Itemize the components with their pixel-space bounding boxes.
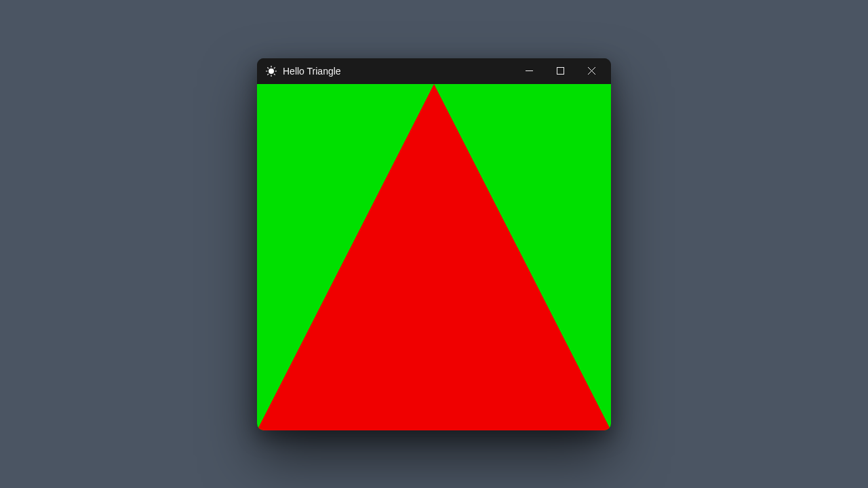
triangle-shape	[257, 84, 611, 430]
svg-line-8	[274, 67, 275, 68]
svg-line-6	[274, 73, 275, 75]
triangle-polygon	[257, 84, 611, 430]
application-window: Hello Triangle	[257, 58, 611, 430]
window-title: Hello Triangle	[283, 66, 513, 77]
maximize-button[interactable]	[545, 60, 576, 82]
render-canvas	[257, 84, 611, 430]
svg-rect-10	[557, 68, 564, 75]
titlebar[interactable]: Hello Triangle	[257, 58, 611, 84]
svg-line-5	[267, 67, 269, 68]
close-button[interactable]	[576, 60, 607, 82]
close-icon	[588, 67, 595, 75]
svg-point-0	[269, 68, 274, 74]
minimize-icon	[526, 67, 533, 75]
app-icon	[265, 65, 277, 77]
minimize-button[interactable]	[513, 60, 545, 82]
window-controls	[513, 60, 607, 82]
svg-line-7	[267, 73, 269, 75]
maximize-icon	[557, 67, 564, 75]
